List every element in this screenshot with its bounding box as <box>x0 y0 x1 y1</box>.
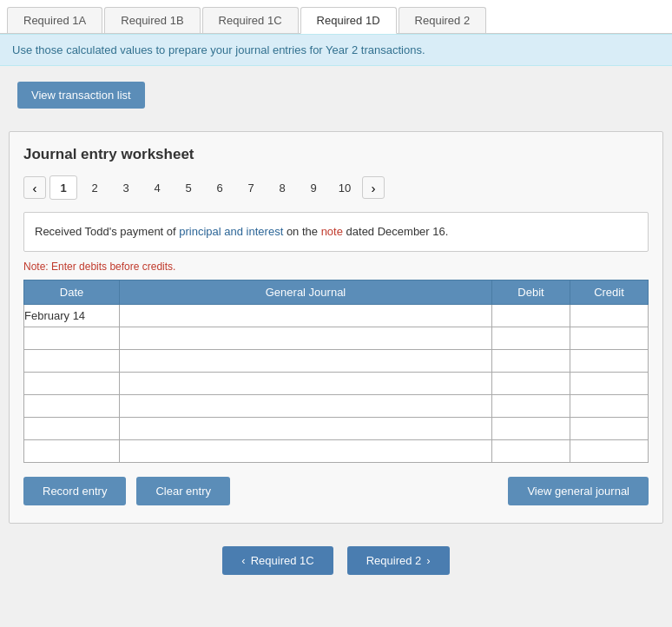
debit-input-5[interactable] <box>492 395 570 417</box>
next-page-button[interactable]: › <box>362 176 385 199</box>
action-buttons: Record entry Clear entry View general jo… <box>23 477 649 505</box>
clear-entry-button[interactable]: Clear entry <box>136 477 230 505</box>
date-cell-6 <box>24 417 120 439</box>
tab-required-1c[interactable]: Required 1C <box>202 7 299 33</box>
journal-entry-worksheet: Journal entry worksheet ‹ 1 2 3 4 5 6 7 … <box>9 131 663 524</box>
journal-cell-1[interactable] <box>120 304 492 327</box>
journal-cell-6[interactable] <box>120 417 492 439</box>
header-general-journal: General Journal <box>120 280 492 304</box>
credit-cell-1[interactable] <box>570 304 649 327</box>
tab-required-1b[interactable]: Required 1B <box>104 7 200 33</box>
journal-cell-4[interactable] <box>120 372 492 394</box>
journal-input-2[interactable] <box>120 327 491 349</box>
description-text-1: Received Todd's payment of <box>35 225 179 238</box>
next-arrow-icon: › <box>426 554 430 567</box>
journal-input-5[interactable] <box>120 395 491 417</box>
credit-input-7[interactable] <box>570 440 648 462</box>
tab-required-1a[interactable]: Required 1A <box>7 7 102 33</box>
journal-cell-5[interactable] <box>120 394 492 417</box>
table-row <box>24 394 649 417</box>
page-5[interactable]: 5 <box>175 175 202 200</box>
debit-input-1[interactable] <box>492 305 570 327</box>
table-row <box>24 439 649 462</box>
debit-cell-2[interactable] <box>492 327 570 349</box>
page-8[interactable]: 8 <box>268 175 296 200</box>
prev-nav-button[interactable]: ‹ Required 1C <box>222 546 333 575</box>
note-text: Note: Enter debits before credits. <box>23 261 649 273</box>
record-entry-button[interactable]: Record entry <box>23 477 126 505</box>
credit-cell-7[interactable] <box>570 439 649 462</box>
tabs-bar: Required 1A Required 1B Required 1C Requ… <box>0 0 672 34</box>
debit-input-2[interactable] <box>492 327 570 349</box>
credit-cell-6[interactable] <box>570 417 649 439</box>
debit-cell-6[interactable] <box>492 417 570 439</box>
credit-input-6[interactable] <box>570 418 648 439</box>
tab-required-1d[interactable]: Required 1D <box>300 7 397 34</box>
date-cell-3 <box>24 349 120 372</box>
debit-input-7[interactable] <box>492 440 570 462</box>
page-4[interactable]: 4 <box>143 175 171 200</box>
date-cell-7 <box>24 439 120 462</box>
credit-cell-4[interactable] <box>570 372 649 394</box>
credit-input-1[interactable] <box>570 305 648 327</box>
description-highlight-red: note <box>321 225 343 238</box>
journal-input-4[interactable] <box>120 373 491 394</box>
credit-input-4[interactable] <box>570 373 648 394</box>
table-row <box>24 349 649 372</box>
debit-input-3[interactable] <box>492 350 570 372</box>
journal-table: Date General Journal Debit Credit Februa… <box>23 280 649 463</box>
description-box: Received Todd's payment of principal and… <box>23 212 649 252</box>
date-cell-1: February 14 <box>24 304 120 327</box>
page-9[interactable]: 9 <box>300 175 327 200</box>
credit-cell-3[interactable] <box>570 349 649 372</box>
credit-cell-5[interactable] <box>570 394 649 417</box>
debit-cell-3[interactable] <box>492 349 570 372</box>
page-7[interactable]: 7 <box>237 175 265 200</box>
prev-page-button[interactable]: ‹ <box>23 176 46 199</box>
description-text-2: on the <box>283 225 320 238</box>
page-1[interactable]: 1 <box>49 175 77 200</box>
description-highlight-blue: principal and interest <box>179 225 283 238</box>
journal-cell-7[interactable] <box>120 439 492 462</box>
page-navigation: ‹ 1 2 3 4 5 6 7 8 9 10 › <box>23 175 649 200</box>
credit-cell-2[interactable] <box>570 327 649 349</box>
debit-input-4[interactable] <box>492 373 570 394</box>
debit-cell-1[interactable] <box>492 304 570 327</box>
debit-cell-4[interactable] <box>492 372 570 394</box>
credit-input-3[interactable] <box>570 350 648 372</box>
page-6[interactable]: 6 <box>206 175 234 200</box>
tab-required-2[interactable]: Required 2 <box>399 7 487 33</box>
journal-cell-2[interactable] <box>120 327 492 349</box>
debit-input-6[interactable] <box>492 418 570 439</box>
date-cell-4 <box>24 372 120 394</box>
view-general-journal-button[interactable]: View general journal <box>508 477 649 505</box>
journal-cell-3[interactable] <box>120 349 492 372</box>
page-3[interactable]: 3 <box>112 175 140 200</box>
table-row <box>24 372 649 394</box>
next-nav-button[interactable]: Required 2 › <box>347 546 450 575</box>
worksheet-title: Journal entry worksheet <box>23 146 649 163</box>
date-cell-5 <box>24 394 120 417</box>
table-row: February 14 <box>24 304 649 327</box>
journal-input-6[interactable] <box>120 418 491 439</box>
table-row <box>24 327 649 349</box>
debit-cell-7[interactable] <box>492 439 570 462</box>
bottom-navigation: ‹ Required 1C Required 2 › <box>0 531 672 584</box>
header-debit: Debit <box>492 280 570 304</box>
header-date: Date <box>24 280 120 304</box>
debit-cell-5[interactable] <box>492 394 570 417</box>
journal-input-7[interactable] <box>120 440 491 462</box>
page-2[interactable]: 2 <box>81 175 109 200</box>
description-text-3: dated December 16. <box>343 225 448 238</box>
credit-input-2[interactable] <box>570 327 648 349</box>
date-cell-2 <box>24 327 120 349</box>
header-credit: Credit <box>570 280 649 304</box>
prev-arrow-icon: ‹ <box>241 554 245 567</box>
page-10[interactable]: 10 <box>331 175 359 200</box>
journal-input-1[interactable] <box>120 305 491 327</box>
info-banner: Use those calculated values to prepare y… <box>0 34 672 66</box>
view-transaction-button[interactable]: View transaction list <box>17 82 145 109</box>
credit-input-5[interactable] <box>570 395 648 417</box>
journal-input-3[interactable] <box>120 350 491 372</box>
table-row <box>24 417 649 439</box>
